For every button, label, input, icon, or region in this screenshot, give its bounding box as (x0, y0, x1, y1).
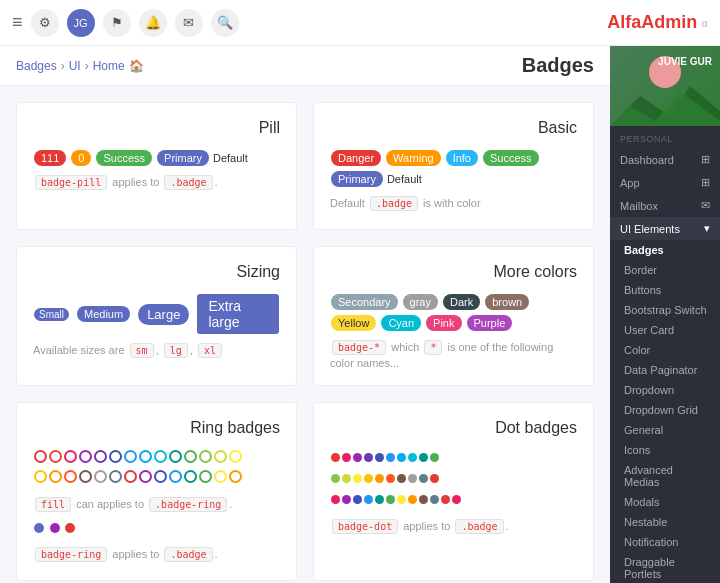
sidebar-subitem-draggable-portlets[interactable]: Draggable Portlets (610, 552, 720, 583)
navbar: ≡ ⚙ JG ⚑ 🔔 ✉ 🔍 AlfaAdmin α (0, 0, 720, 46)
pill-hint: badge-pill applies to .badge. (33, 173, 280, 192)
dot-badge (386, 453, 395, 462)
pill-badges: 111 0 Success Primary Default (33, 149, 280, 167)
badge-default: Default (387, 173, 422, 185)
sizing-hint: Available sizes are sm, lg, xl (33, 341, 280, 360)
ring-badge (139, 470, 152, 483)
sidebar-subitem-modals[interactable]: Modals (610, 492, 720, 512)
sidebar-subitem-data-paginator[interactable]: Data Paginator (610, 360, 720, 380)
sidebar-subitem-buttons[interactable]: Buttons (610, 280, 720, 300)
dot-badge (430, 474, 439, 483)
sidebar-subitem-nestable[interactable]: Nestable (610, 512, 720, 532)
badge-brown: brown (485, 294, 529, 310)
sizing-badges: Small Medium Large Extra large (33, 293, 280, 335)
nav-avatar[interactable]: JG (67, 9, 95, 37)
nav-icon-flag[interactable]: ⚑ (103, 9, 131, 37)
badge-gray: gray (403, 294, 438, 310)
pill-card-title: Pill (33, 119, 280, 137)
badge-success-pill: Success (96, 150, 152, 166)
ring-code1: fill (35, 497, 71, 512)
dot-badge (452, 495, 461, 504)
breadcrumb: Badges › UI › Home 🏠 (16, 59, 144, 73)
sidebar-subitem-general[interactable]: General (610, 420, 720, 440)
sidebar-subitem-bootstrap-switch[interactable]: Bootstrap Switch (610, 300, 720, 320)
sidebar-item-mailbox[interactable]: Mailbox ✉ (610, 194, 720, 217)
badge-pink: Pink (426, 315, 461, 331)
ring-badge (154, 450, 167, 463)
ring-badge (94, 450, 107, 463)
ring-badge (109, 450, 122, 463)
badge-danger-pill: 111 (34, 150, 66, 166)
badge-small: Small (34, 308, 69, 321)
ring-filled-3 (65, 523, 75, 533)
dot-badge (408, 495, 417, 504)
ring-badge (34, 450, 47, 463)
sidebar-app-icon: ⊞ (701, 176, 710, 189)
ring-card: Ring badges fill can applies to .badge-r… (16, 402, 297, 581)
sidebar-subitem-color[interactable]: Color (610, 340, 720, 360)
sidebar-ui-icon: ▾ (704, 222, 710, 235)
basic-card-title: Basic (330, 119, 577, 137)
dot-badge (441, 495, 450, 504)
badge-yellow: Yellow (331, 315, 376, 331)
sidebar-subitem-border[interactable]: Border (610, 260, 720, 280)
sidebar-subitem-notification[interactable]: Notification (610, 532, 720, 552)
badge-warning-pill: 0 (71, 150, 91, 166)
dot-badge (397, 495, 406, 504)
badge-primary-pill: Primary (157, 150, 209, 166)
dot-target: .badge (455, 519, 503, 534)
sidebar-subitem-user-card[interactable]: User Card (610, 320, 720, 340)
sidebar-subitem-badges[interactable]: Badges (610, 240, 720, 260)
sidebar-ui-label: UI Elements (620, 223, 680, 235)
sidebar-subitem-advanced-medias[interactable]: Advanced Medias (610, 460, 720, 492)
brand-name: AlfaAdmin α (607, 12, 708, 33)
nav-icon-gear[interactable]: ⚙ (31, 9, 59, 37)
dot-badge (386, 495, 395, 504)
breadcrumb-ui[interactable]: UI (69, 59, 81, 73)
sidebar-item-ui-elements[interactable]: UI Elements ▾ (610, 217, 720, 240)
dot-badge (331, 474, 340, 483)
ring-badge (79, 470, 92, 483)
nav-search-icon[interactable]: 🔍 (211, 9, 239, 37)
sidebar-subitem-icons[interactable]: Icons (610, 440, 720, 460)
nav-icon-mail[interactable]: ✉ (175, 9, 203, 37)
ring-target2: .badge (164, 547, 212, 562)
badge-primary: Primary (331, 171, 383, 187)
badge-success: Success (483, 150, 539, 166)
dot-badge (364, 453, 373, 462)
ring-badge (199, 470, 212, 483)
dot-badge (419, 453, 428, 462)
dot-badge (342, 474, 351, 483)
ring-badge (214, 450, 227, 463)
breadcrumb-home[interactable]: Home (93, 59, 125, 73)
pill-target: .badge (164, 175, 212, 190)
ring-badge (139, 450, 152, 463)
sidebar-item-dashboard[interactable]: Dashboard ⊞ (610, 148, 720, 171)
ring-badge (154, 470, 167, 483)
more-color-badges: Secondary gray Dark brown Yellow Cyan Pi… (330, 293, 577, 332)
dot-badge (430, 453, 439, 462)
nav-icon-bell[interactable]: 🔔 (139, 9, 167, 37)
dot-badge (364, 474, 373, 483)
ring-badge (124, 470, 137, 483)
sidebar-subitem-dropdown-grid[interactable]: Dropdown Grid (610, 400, 720, 420)
ring-badge (64, 470, 77, 483)
badge-danger: Danger (331, 150, 381, 166)
badge-extra-large: Extra large (197, 294, 279, 334)
dot-badge (353, 495, 362, 504)
dot-badge (419, 495, 428, 504)
dot-badge (364, 495, 373, 504)
dot-badge (375, 453, 384, 462)
dot-badge (386, 474, 395, 483)
ring-hint2: badge-ring applies to .badge. (33, 545, 280, 564)
dot-badge (430, 495, 439, 504)
home-icon: 🏠 (129, 59, 144, 73)
menu-toggle[interactable]: ≡ (12, 12, 23, 33)
ring-filled-2 (50, 523, 60, 533)
basic-hint: Default .badge is with color (330, 194, 577, 213)
sidebar-mailbox-icon: ✉ (701, 199, 710, 212)
breadcrumb-badges[interactable]: Badges (16, 59, 57, 73)
sidebar-avatar-area: JUVIE GUR (610, 46, 720, 126)
sidebar-subitem-dropdown[interactable]: Dropdown (610, 380, 720, 400)
sidebar-item-app[interactable]: App ⊞ (610, 171, 720, 194)
